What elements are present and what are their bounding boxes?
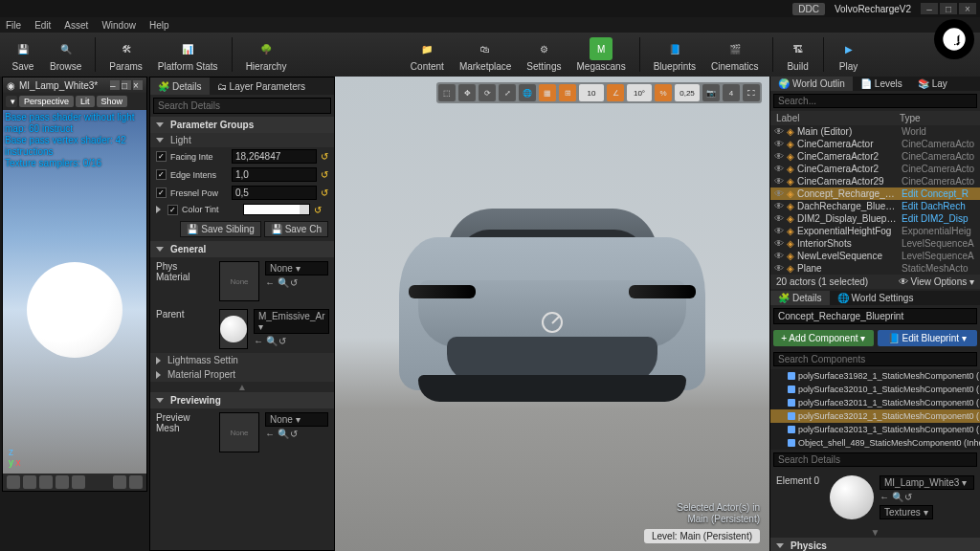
edge-intensity-input[interactable] (232, 167, 317, 182)
group-lightmass[interactable]: Lightmass Settin (150, 353, 334, 367)
browse-icon[interactable]: 🔍 (266, 336, 276, 345)
visibility-icon[interactable]: 👁 (774, 151, 784, 162)
angle-snap-value[interactable]: 10° (627, 84, 652, 101)
group-material-property[interactable]: Material Propert (150, 367, 334, 382)
menu-file[interactable]: File (6, 20, 21, 31)
platform-stats-button[interactable]: 📊Platform Stats (152, 35, 224, 74)
menu-edit[interactable]: Edit (34, 20, 51, 31)
coord-space-icon[interactable]: 🌐 (519, 84, 536, 101)
component-row[interactable]: polySurface32013_1_StaticMeshComponent0 … (770, 423, 980, 436)
component-row[interactable]: polySurface32010_1_StaticMeshComponent0 … (770, 383, 980, 396)
use-icon[interactable]: ← (880, 492, 889, 501)
hierarchy-button[interactable]: 🌳Hierarchy (240, 35, 293, 74)
component-row[interactable]: Object_shell_489_StaticMeshComponent0 (I… (770, 436, 980, 450)
material-thumb-icon[interactable] (830, 475, 874, 519)
phys-material-dropdown[interactable]: None ▾ (265, 261, 328, 276)
viewport-icon[interactable] (129, 475, 143, 489)
outliner-row[interactable]: 👁◈NewLevelSequenceLevelSequenceA (770, 250, 980, 262)
visibility-icon[interactable]: 👁 (774, 251, 784, 261)
outliner-row[interactable]: 👁◈ExponentialHeightFogExponentialHeig (770, 225, 980, 237)
outliner-row[interactable]: 👁◈PlaneStaticMeshActo (770, 262, 980, 275)
outliner-row[interactable]: 👁◈InteriorShotsLevelSequenceA (770, 237, 980, 250)
maximize-viewport-icon[interactable]: ⛶ (743, 84, 760, 101)
camera-speed-value[interactable]: 4 (723, 84, 740, 101)
blueprints-button[interactable]: 📘Blueprints (648, 35, 702, 74)
params-button[interactable]: 🛠Params (103, 35, 147, 74)
browse-icon[interactable]: 🔍 (278, 429, 287, 438)
use-icon[interactable]: ← (265, 429, 275, 438)
outliner-row[interactable]: 👁◈CineCameraActor29CineCameraActo (770, 175, 980, 187)
edit-blueprint-button[interactable]: 📘 Edit Blueprint ▾ (878, 330, 978, 346)
menu-help[interactable]: Help (149, 20, 169, 31)
reset-icon[interactable]: ↺ (904, 492, 914, 501)
grid-icon[interactable] (113, 475, 126, 489)
outliner-row[interactable]: 👁◈CineCameraActor2CineCameraActo (770, 163, 980, 175)
reset-icon[interactable]: ↺ (278, 336, 288, 345)
add-component-button[interactable]: + Add Component ▾ (773, 330, 874, 346)
material-preview-viewport[interactable]: Base pass shader without light map: 60 i… (3, 110, 146, 474)
component-row[interactable]: polySurface31982_1_StaticMeshComponent0 … (770, 369, 980, 383)
search-components-input[interactable] (773, 352, 977, 366)
cube-icon[interactable] (56, 475, 69, 489)
parent-material-thumb[interactable] (219, 309, 248, 349)
plane-icon[interactable] (39, 475, 53, 489)
sphere-shape-icon[interactable] (23, 475, 36, 489)
subwindow-titlebar[interactable]: ◉ MI_Lamp_White3* –□× (3, 77, 146, 93)
save-button[interactable]: 💾Save (6, 35, 40, 74)
checkbox-icon[interactable] (156, 169, 167, 180)
build-button[interactable]: 🏗Build (781, 35, 815, 74)
window-controls[interactable]: –□× (921, 3, 976, 14)
checkbox-icon[interactable] (156, 187, 167, 198)
show-button[interactable]: Show (97, 96, 128, 107)
transform-move-icon[interactable]: ✥ (458, 84, 476, 101)
tab-levels[interactable]: 📄 Levels (853, 77, 910, 91)
level-dropdown[interactable]: Level: Main (Persistent) (644, 529, 760, 543)
visibility-icon[interactable]: 👁 (774, 139, 784, 149)
tab-world-settings[interactable]: 🌐 World Settings (830, 291, 922, 305)
reset-icon[interactable]: ↺ (321, 169, 328, 180)
parent-material-dropdown[interactable]: M_Emissive_Ar ▾ (254, 309, 329, 334)
tab-details[interactable]: 🧩Details (150, 77, 210, 95)
facing-intensity-input[interactable] (232, 149, 317, 164)
transform-select-icon[interactable]: ⬚ (438, 84, 456, 101)
outliner-search-input[interactable] (773, 94, 977, 108)
menu-window[interactable]: Window (101, 20, 136, 31)
checkbox-icon[interactable] (167, 205, 178, 215)
textures-dropdown[interactable]: Textures ▾ (880, 505, 933, 519)
section-physics[interactable]: Physics (770, 538, 980, 551)
angle-snap-icon[interactable]: ∠ (607, 84, 624, 101)
visibility-icon[interactable]: 👁 (774, 238, 784, 249)
tab-layer-parameters[interactable]: 🗂Layer Parameters (210, 77, 313, 95)
camera-speed-icon[interactable]: 📷 (702, 84, 720, 101)
outliner-row[interactable]: 👁◈DachRecharge_BlueprintEdit DachRech (770, 200, 980, 212)
outliner-row[interactable]: 👁◈DIM2_Display_BlueprintEdit DIM2_Disp (770, 212, 980, 225)
transform-rotate-icon[interactable]: ⟳ (479, 84, 496, 101)
outliner-row[interactable]: 👁◈CineCameraActorCineCameraActo (770, 138, 980, 150)
grid-snap-icon[interactable]: ⊞ (559, 84, 576, 101)
visibility-icon[interactable]: 👁 (774, 263, 784, 274)
section-general[interactable]: General (150, 241, 334, 257)
tab-layers[interactable]: 📚 Lay (910, 77, 955, 91)
browse-button[interactable]: 🔍Browse (44, 35, 87, 74)
reset-icon[interactable]: ↺ (314, 205, 322, 215)
browse-icon[interactable]: 🔍 (278, 277, 287, 287)
level-viewport[interactable]: ⬚ ✥ ⟳ ⤢ 🌐 ▦ ⊞ 10 ∠ 10° % 0,25 📷 4 ⛶ Sele… (335, 77, 769, 551)
save-child-button[interactable]: 💾 Save Ch (264, 221, 328, 237)
reset-icon[interactable]: ↺ (321, 187, 328, 198)
visibility-icon[interactable]: 👁 (774, 201, 784, 211)
reset-icon[interactable]: ↺ (290, 429, 300, 438)
content-button[interactable]: 📁Content (405, 35, 450, 74)
fresnel-power-input[interactable] (232, 186, 317, 200)
preview-mesh-thumb[interactable]: None (219, 412, 259, 452)
search-actor-details-input[interactable] (773, 452, 977, 467)
surface-snap-icon[interactable]: ▦ (539, 84, 556, 101)
outliner-row[interactable]: 👁◈Concept_Recharge_BlueprintEdit Concept… (770, 187, 980, 200)
save-sibling-button[interactable]: 💾 Save Sibling (180, 221, 260, 237)
visibility-icon[interactable]: 👁 (774, 226, 784, 236)
visibility-icon[interactable]: 👁 (774, 164, 784, 174)
preview-mesh-dropdown[interactable]: None ▾ (265, 412, 328, 427)
menu-asset[interactable]: Asset (64, 20, 88, 31)
marketplace-button[interactable]: 🛍Marketplace (454, 35, 517, 74)
outliner-header[interactable]: LabelType (770, 111, 980, 125)
play-button[interactable]: ▶Play (832, 35, 866, 74)
